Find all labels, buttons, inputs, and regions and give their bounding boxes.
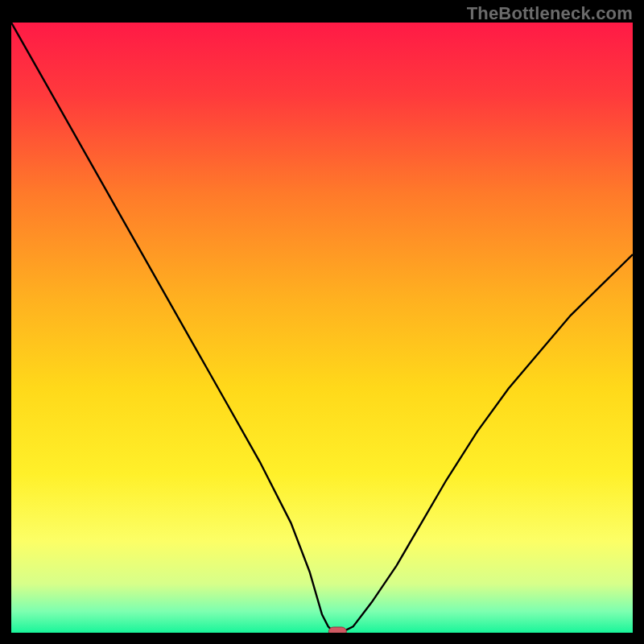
chart-frame: TheBottleneck.com xyxy=(0,0,644,644)
gradient-background xyxy=(11,23,633,633)
plot-area xyxy=(11,23,633,633)
watermark-text: TheBottleneck.com xyxy=(467,3,633,24)
bottleneck-chart xyxy=(11,23,633,633)
optimal-marker xyxy=(328,627,346,633)
